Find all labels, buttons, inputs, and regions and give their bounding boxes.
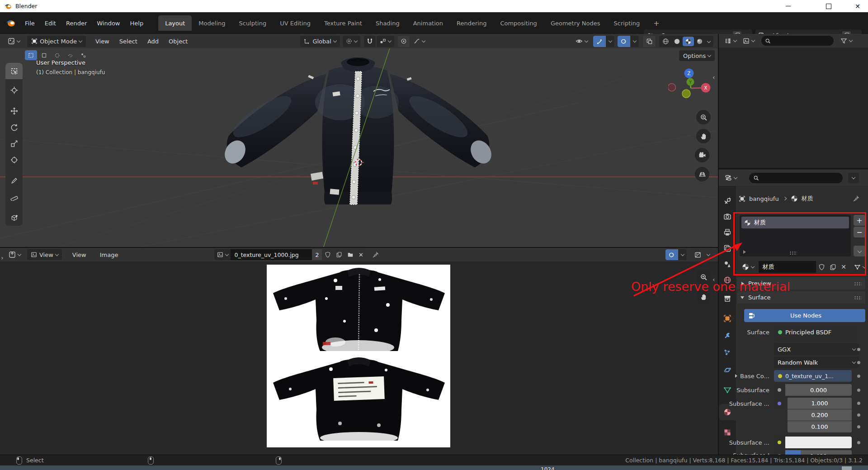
sss-method-dropdown[interactable]: Random Walk: [774, 356, 859, 368]
tool-scale[interactable]: [5, 135, 23, 152]
viewport-menu-view[interactable]: View: [90, 38, 114, 45]
outliner-search-box[interactable]: [761, 36, 834, 46]
pin-icon[interactable]: [372, 251, 379, 258]
mode-selector[interactable]: Object Mode: [27, 36, 86, 47]
select-tweak-button[interactable]: [25, 50, 37, 60]
shading-solid-button[interactable]: [671, 37, 683, 46]
outliner-filter-button[interactable]: [838, 35, 854, 46]
subsurface-decorator[interactable]: [857, 389, 860, 392]
tab-uv-editing[interactable]: UV Editing: [273, 15, 317, 31]
breadcrumb-object-name[interactable]: bangqiufu: [749, 195, 779, 202]
menu-file[interactable]: File: [20, 20, 40, 27]
tab-rendering[interactable]: Rendering: [450, 15, 493, 31]
menu-render[interactable]: Render: [61, 20, 92, 27]
select-box-button[interactable]: [38, 50, 50, 60]
tab-sculpting[interactable]: Sculpting: [232, 15, 273, 31]
tab-modeling[interactable]: Modeling: [192, 15, 232, 31]
image-editor-menu-view[interactable]: View: [67, 252, 91, 258]
tool-measure[interactable]: [5, 189, 23, 205]
tab-texture-paint[interactable]: Texture Paint: [317, 15, 369, 31]
surface-shader-button[interactable]: Principled BSDF: [774, 326, 856, 338]
tool-annotate[interactable]: [5, 172, 23, 189]
subsurface-value-field[interactable]: 0.000: [785, 384, 852, 396]
pivot-point-button[interactable]: [343, 36, 360, 47]
viewport-menu-object[interactable]: Object: [164, 38, 193, 45]
subsurface-socket-box[interactable]: [774, 384, 785, 396]
image-new-button[interactable]: [333, 249, 344, 260]
outliner-editor-type-button[interactable]: [722, 35, 739, 46]
gizmos-dropdown-button[interactable]: [606, 36, 614, 47]
add-workspace-button[interactable]: +: [646, 15, 666, 31]
image-fake-user-button[interactable]: [322, 249, 333, 260]
menu-help[interactable]: Help: [125, 20, 149, 27]
tab-physics[interactable]: [723, 366, 731, 374]
radius-0-decorator[interactable]: [857, 402, 860, 405]
tab-particles[interactable]: [723, 349, 731, 357]
tab-material[interactable]: [723, 408, 731, 416]
maximize-button[interactable]: [818, 0, 839, 12]
tab-object[interactable]: [723, 314, 731, 323]
snap-target-button[interactable]: [377, 36, 394, 47]
image-display-mode-selector[interactable]: View: [27, 249, 62, 260]
radius-value-1[interactable]: 0.200: [788, 409, 852, 421]
image-users-count-button[interactable]: 2: [312, 249, 322, 260]
gizmos-toggle-button[interactable]: [593, 36, 606, 47]
tab-render[interactable]: [723, 213, 731, 221]
falloff-button[interactable]: [410, 36, 428, 47]
viewport-menu-select[interactable]: Select: [114, 38, 142, 45]
image-editor-expand-arrow[interactable]: ›: [1, 254, 4, 261]
tool-transform[interactable]: [5, 152, 23, 168]
overlays-toggle-button[interactable]: [618, 36, 630, 47]
proportional-editing-button[interactable]: [398, 36, 410, 47]
shading-dropdown-chevron[interactable]: [707, 39, 711, 43]
surface-panel-grip[interactable]: [854, 296, 862, 299]
viewport-zoom-button[interactable]: [696, 110, 711, 124]
select-extra-button[interactable]: [77, 50, 90, 60]
color-socket-box[interactable]: [774, 437, 785, 448]
sss-method-decorator[interactable]: [857, 361, 860, 364]
xray-toggle-button[interactable]: [643, 36, 656, 47]
shading-rendered-button[interactable]: [694, 37, 705, 46]
tab-animation[interactable]: Animation: [406, 15, 450, 31]
radius-socket-box[interactable]: [774, 398, 785, 409]
app-menu-blender-icon[interactable]: [5, 19, 16, 27]
breadcrumb-material-name[interactable]: 材质: [802, 195, 813, 203]
shading-material-button[interactable]: [683, 37, 694, 46]
image-browse-button[interactable]: [214, 249, 231, 260]
image-unlink-button[interactable]: ✕: [356, 249, 366, 260]
shading-wireframe-button[interactable]: [660, 37, 671, 46]
image-open-button[interactable]: [344, 249, 356, 260]
viewport-ortho-toggle-button[interactable]: [695, 167, 709, 181]
tool-rotate[interactable]: [5, 119, 23, 135]
properties-options-chevron-button[interactable]: [848, 173, 859, 183]
viewport-pan-button[interactable]: [696, 129, 711, 143]
close-button[interactable]: ✕: [847, 0, 868, 12]
select-lasso-button[interactable]: [64, 50, 76, 60]
texture-image[interactable]: [267, 265, 450, 447]
snap-toggle-button[interactable]: [364, 36, 376, 47]
subsurface-color-swatch[interactable]: [785, 437, 852, 448]
tab-layout[interactable]: Layout: [158, 15, 192, 31]
tab-tool[interactable]: [723, 197, 731, 205]
image-editor-type-button[interactable]: [5, 249, 24, 260]
viewport-sidebar-collapse-arrow[interactable]: ‹: [712, 74, 715, 81]
transform-orientation-selector[interactable]: Global: [300, 36, 340, 47]
radius-value-0[interactable]: 1.000: [788, 398, 852, 409]
ior-socket-box[interactable]: [774, 450, 785, 455]
preview-panel-grip[interactable]: [854, 282, 862, 285]
properties-editor-type-button[interactable]: [722, 172, 739, 184]
base-color-texture-button[interactable]: 0_texture_uv_1...: [774, 370, 852, 382]
ior-value-field[interactable]: 1.400: [785, 450, 852, 455]
breadcrumb-pin-icon[interactable]: [853, 195, 860, 202]
menu-window[interactable]: Window: [92, 20, 125, 27]
minimize-button[interactable]: [778, 0, 798, 12]
tab-geometry-nodes[interactable]: Geometry Nodes: [544, 15, 607, 31]
tool-move[interactable]: [5, 103, 23, 119]
tab-shading[interactable]: Shading: [369, 15, 406, 31]
image-editor-menu-image[interactable]: Image: [95, 252, 123, 258]
taskbar-right-item[interactable]: [842, 466, 852, 470]
overlays-dropdown-button[interactable]: [631, 36, 639, 47]
radius-value-2[interactable]: 0.100: [788, 421, 852, 432]
outliner-display-mode-button[interactable]: [741, 35, 757, 46]
tab-compositing[interactable]: Compositing: [493, 15, 544, 31]
